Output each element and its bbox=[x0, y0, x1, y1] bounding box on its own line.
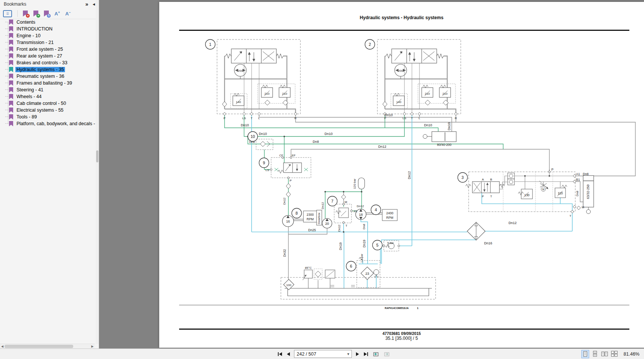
bookmark-item[interactable]: Electrical systems - 55 bbox=[5, 107, 99, 114]
diagram-label: Dn32 bbox=[283, 249, 287, 257]
bookmark-label[interactable]: Front axle system - 25 bbox=[15, 47, 64, 52]
bookmark-flag-icon bbox=[9, 74, 13, 79]
diagram-label: P bbox=[551, 168, 554, 171]
expand-bookmarks-icon[interactable]: ☰ bbox=[3, 10, 12, 17]
facing-view-icon[interactable] bbox=[601, 350, 608, 358]
diagram-label: Dn12 bbox=[321, 202, 324, 209]
bookmark-flag-icon bbox=[9, 108, 13, 113]
diagram-label: 2300 bbox=[307, 213, 314, 217]
bookmark-label[interactable]: Brakes and controls - 33 bbox=[15, 60, 69, 65]
bookmark-flag-icon bbox=[9, 53, 13, 59]
bookmark-label[interactable]: Pneumatic system - 36 bbox=[15, 74, 65, 79]
bookmark-item[interactable]: Engine - 10 bbox=[5, 32, 99, 39]
diagram-label: Dn10 bbox=[241, 123, 249, 127]
diagram-label: P bbox=[223, 117, 225, 120]
bookmark-item[interactable]: Platform, cab, bodywork, and decals - bbox=[5, 120, 99, 127]
bookmark-label[interactable]: Wheels - 44 bbox=[15, 94, 43, 99]
callout-number: 8 bbox=[296, 211, 298, 215]
previous-view-icon[interactable] bbox=[372, 351, 380, 357]
bookmark-item[interactable]: Pneumatic system - 36 bbox=[5, 73, 99, 80]
add-bookmark-icon[interactable]: + bbox=[33, 11, 39, 17]
bookmark-label[interactable]: Cab climate control - 50 bbox=[15, 101, 67, 106]
bookmark-item[interactable]: INTRODUCTION bbox=[5, 26, 99, 32]
scrollbar-thumb[interactable] bbox=[5, 345, 73, 348]
diagram-label: R bbox=[294, 117, 297, 120]
bookmark-item[interactable]: Cab climate control - 50 bbox=[5, 100, 99, 107]
diagram-label: 63/32-250 bbox=[586, 185, 590, 199]
callout-number: 9 bbox=[263, 161, 265, 165]
diagram-label: RPM bbox=[386, 216, 394, 220]
scrollbar-thumb[interactable] bbox=[96, 150, 98, 162]
bookmark-label[interactable]: Rear axle system - 27 bbox=[15, 53, 63, 59]
single-page-view-icon[interactable] bbox=[582, 350, 589, 358]
remote-valve-block-2 bbox=[377, 39, 461, 115]
diagram-label: Dn8 bbox=[576, 191, 579, 196]
next-view-icon[interactable] bbox=[383, 351, 391, 357]
callout-number: 2 bbox=[369, 42, 371, 47]
bookmark-label[interactable]: Hydraulic systems - 35 bbox=[15, 67, 65, 72]
last-page-button[interactable] bbox=[363, 351, 369, 357]
bookmark-label[interactable]: Contents bbox=[15, 20, 36, 25]
bookmark-item[interactable]: Front axle system - 25 bbox=[5, 46, 99, 53]
diagram-label: Dn8 bbox=[313, 140, 319, 144]
bookmark-label[interactable]: Steering - 41 bbox=[15, 87, 45, 92]
viewer-bottom-toolbar: 242 / 507 ▼ 81.46% bbox=[0, 348, 644, 359]
bookmark-item[interactable]: Hydraulic systems - 35 bbox=[5, 66, 99, 73]
continuous-view-icon[interactable] bbox=[591, 350, 599, 358]
bookmark-label[interactable]: Transmission - 21 bbox=[15, 40, 55, 45]
next-page-button[interactable] bbox=[355, 351, 360, 357]
increase-font-icon[interactable]: A+ bbox=[54, 11, 60, 17]
first-page-button[interactable] bbox=[277, 351, 283, 357]
diagram-label: T bbox=[411, 117, 413, 120]
bookmark-label[interactable]: Frames and ballasting - 39 bbox=[15, 80, 73, 86]
diagram-label: 110 bbox=[558, 191, 563, 195]
bookmark-flag-icon bbox=[9, 33, 13, 38]
bookmark-label[interactable]: INTRODUCTION bbox=[15, 26, 54, 32]
figure-rule bbox=[179, 305, 629, 305]
diagram-label: P bbox=[384, 117, 386, 120]
continuous-facing-view-icon[interactable] bbox=[611, 350, 618, 358]
goto-bookmark-icon[interactable]: ↻ bbox=[44, 11, 49, 17]
diagram-label: 130 bbox=[524, 193, 529, 197]
zoom-level[interactable]: 81.46% bbox=[624, 351, 639, 357]
bookmark-item[interactable]: Tools - 89 bbox=[5, 114, 99, 120]
diagram-label: Dn10 bbox=[324, 132, 333, 136]
diagram-label: Dn10 bbox=[424, 123, 432, 127]
bookmark-label[interactable]: Tools - 89 bbox=[15, 114, 38, 120]
bookmark-label[interactable]: Platform, cab, bodywork, and decals - bbox=[15, 121, 96, 126]
diagram-label: 120 bar bbox=[353, 179, 356, 189]
tree-connector bbox=[5, 42, 8, 43]
bookmarks-horizontal-scrollbar[interactable]: ◀ ▶ bbox=[0, 344, 95, 349]
document-area: Hydraulic systems - Hydraulic systems bbox=[99, 0, 644, 349]
delete-bookmark-icon[interactable]: × bbox=[23, 11, 28, 17]
bookmark-item[interactable]: Rear axle system - 27 bbox=[5, 53, 99, 59]
diagram-label: 18 bbox=[359, 213, 363, 217]
diagram-label: Dn19 bbox=[339, 242, 342, 250]
dock-panel-icon[interactable]: » bbox=[85, 0, 88, 8]
callout-number: 4 bbox=[375, 208, 377, 212]
bookmark-label[interactable]: Engine - 10 bbox=[15, 33, 42, 38]
bookmark-item[interactable]: Steering - 41 bbox=[5, 86, 99, 93]
diagram-label: 85°C bbox=[305, 266, 312, 270]
bookmark-item[interactable]: Contents bbox=[5, 19, 99, 26]
bookmark-label[interactable]: Electrical systems - 55 bbox=[15, 108, 65, 113]
diagram-label: L bbox=[419, 117, 421, 120]
page-number-input[interactable]: 242 / 507 ▼ bbox=[294, 350, 352, 358]
diagram-label: Dn12 bbox=[407, 171, 411, 179]
tree-connector bbox=[5, 76, 8, 77]
tree-connector bbox=[5, 49, 8, 50]
bookmark-item[interactable]: Transmission - 21 bbox=[5, 39, 99, 46]
figure-code-line: RAPH14COM6516JA1 bbox=[159, 306, 644, 310]
bookmark-flag-icon bbox=[9, 94, 13, 99]
diagram-label: Dn25 bbox=[308, 228, 316, 232]
bookmark-item[interactable]: Brakes and controls - 33 bbox=[5, 59, 99, 66]
decrease-font-icon[interactable]: A− bbox=[65, 11, 71, 17]
collapse-panel-icon[interactable]: ◀ bbox=[93, 0, 95, 9]
tree-connector bbox=[5, 89, 8, 90]
previous-page-button[interactable] bbox=[286, 351, 291, 357]
bookmarks-vertical-scrollbar[interactable] bbox=[96, 0, 99, 344]
bookmark-item[interactable]: Wheels - 44 bbox=[5, 93, 99, 100]
bookmark-item[interactable]: Frames and ballasting - 39 bbox=[5, 80, 99, 86]
diagram-label: Gearbox bbox=[317, 213, 321, 224]
dropdown-caret-icon[interactable]: ▼ bbox=[347, 352, 350, 356]
